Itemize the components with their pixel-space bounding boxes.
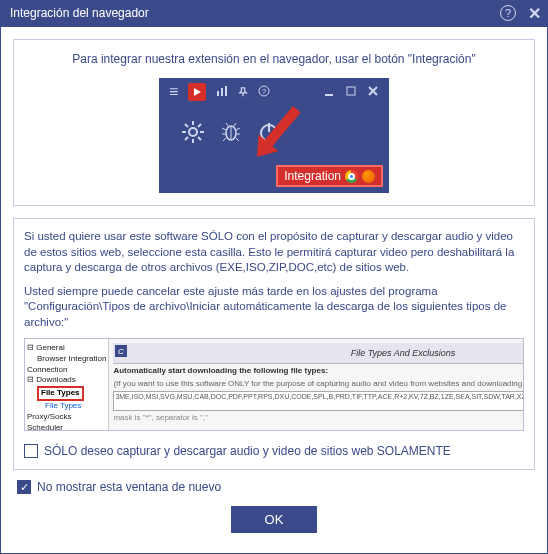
checkbox-checked-icon: ✓ (17, 480, 31, 494)
filetypes-pane: C File Types And Exclusions Automaticall… (109, 339, 524, 430)
ft-mask: mask is "*", separator is "," (113, 413, 524, 424)
only-av-label: SÓLO deseo capturar y descargar audio y … (44, 443, 451, 459)
tree-connection: Connection (27, 365, 106, 376)
svg-marker-0 (194, 88, 201, 96)
ok-row: OK (13, 506, 535, 533)
ft-sub: (If you want to use this software ONLY f… (113, 379, 524, 390)
svg-rect-7 (347, 87, 355, 95)
ft-ext-box: 3ME,ISO,MSI,SVG,MSU,CAB,DOC,PDF,PPT,RPS,… (113, 391, 524, 411)
dont-show-checkbox[interactable]: ✓ No mostrar esta ventana de nuevo (17, 480, 535, 494)
help-small-icon: ? (258, 83, 270, 101)
svg-text:?: ? (262, 87, 267, 96)
svg-text:C: C (118, 347, 124, 356)
svg-rect-1 (217, 91, 219, 96)
svg-line-13 (185, 124, 188, 127)
ft-line: Automatically start downloading the foll… (113, 366, 524, 377)
checkbox-icon (24, 444, 38, 458)
integration-button-preview: Integration (276, 165, 383, 187)
svg-rect-6 (325, 94, 333, 96)
tree-browser: Browser Integration (27, 354, 106, 365)
maximize-icon (345, 83, 357, 101)
integration-illustration: ≡ ? (159, 78, 389, 193)
tree-general: ⊟ General (27, 343, 106, 354)
svg-line-16 (198, 124, 201, 127)
equalizer-icon (216, 83, 228, 101)
play-icon (188, 83, 206, 101)
minimize-icon (323, 83, 335, 101)
panel-filetypes: Si usted quiere usar este software SÓLO … (13, 218, 535, 470)
integration-instruction: Para integrar nuestra extensión en el na… (26, 52, 522, 66)
tree-filetypes-hl: File Types (37, 386, 84, 401)
tree-downloads: ⊟ Downloads (27, 375, 106, 386)
pin-icon (238, 83, 248, 101)
filetypes-para1: Si usted quiere usar este software SÓLO … (24, 229, 524, 276)
svg-rect-2 (221, 88, 223, 96)
close-small-icon (367, 83, 379, 101)
chrome-icon (345, 170, 358, 183)
illust-toolbar: ≡ ? (159, 78, 389, 106)
svg-rect-3 (225, 86, 227, 96)
window-title: Integración del navegador (10, 6, 149, 20)
dialog-body: Para integrar nuestra extensión en el na… (0, 26, 548, 554)
filetypes-para2: Usted siempre puede cancelar este ajuste… (24, 284, 524, 331)
dont-show-label: No mostrar esta ventana de nuevo (37, 480, 221, 494)
settings-screenshot: ⊟ General Browser Integration Connection… (24, 338, 524, 431)
window-controls: ? ✕ (500, 5, 542, 21)
panel-integration: Para integrar nuestra extensión en el na… (13, 39, 535, 206)
settings-tree: ⊟ General Browser Integration Connection… (25, 339, 109, 430)
svg-line-15 (185, 137, 188, 140)
titlebar: Integración del navegador ? ✕ (0, 0, 548, 26)
ok-button[interactable]: OK (231, 506, 318, 533)
gear-icon (181, 120, 205, 148)
close-icon[interactable]: ✕ (526, 5, 542, 21)
bug-icon (219, 120, 243, 148)
app-small-icon: C (115, 345, 127, 361)
svg-line-14 (198, 137, 201, 140)
svg-point-8 (189, 128, 197, 136)
help-icon[interactable]: ? (500, 5, 516, 21)
only-audio-video-checkbox[interactable]: SÓLO deseo capturar y descargar audio y … (24, 443, 524, 459)
filetypes-header: C File Types And Exclusions (113, 343, 524, 364)
tree-scheduler: Scheduler (27, 423, 106, 431)
tree-proxy: Proxy/Socks (27, 412, 106, 423)
integration-label: Integration (284, 169, 341, 183)
firefox-icon (362, 170, 375, 183)
tree-filetypes-sub: File Types (27, 401, 106, 412)
menu-icon: ≡ (169, 83, 178, 101)
filetypes-title: File Types And Exclusions (131, 347, 524, 359)
